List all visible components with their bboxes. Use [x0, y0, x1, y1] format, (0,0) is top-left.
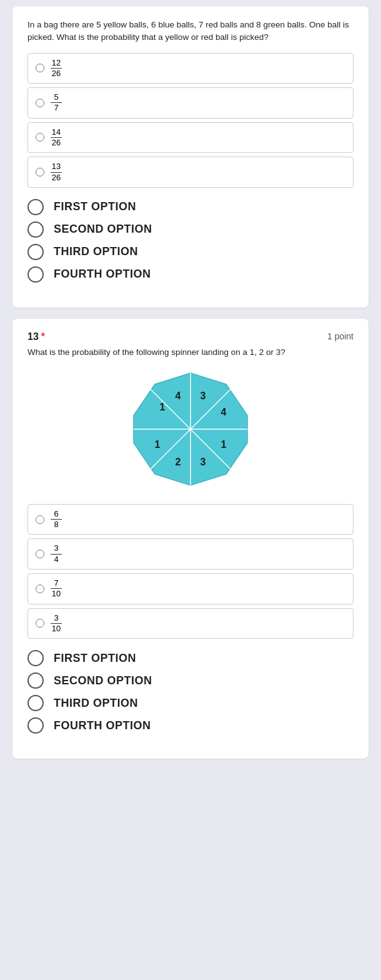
q12-option-3[interactable]: 14 26	[27, 122, 354, 153]
q12-big-label-4: FOURTH OPTION	[54, 268, 151, 281]
spinner-label-5: 1	[221, 439, 227, 450]
q12-big-label-3: THIRD OPTION	[54, 245, 138, 258]
question-12-card: In a bag there are 5 yellow balls, 6 blu…	[12, 6, 369, 308]
q12-big-label-1: FIRST OPTION	[54, 200, 136, 213]
q13-points: 1 point	[327, 331, 354, 341]
q12-fraction-2: 5 7	[51, 93, 62, 113]
q13-fraction-4: 3 10	[51, 614, 62, 634]
q13-big-option-2[interactable]: SECOND OPTION	[27, 672, 354, 689]
q12-big-option-3[interactable]: THIRD OPTION	[27, 244, 354, 260]
spinner-label-4: 4	[221, 407, 227, 417]
q12-fraction-1: 12 26	[51, 59, 62, 79]
spinner-label-3: 3	[200, 391, 206, 401]
q13-radio-1[interactable]	[36, 515, 44, 524]
q13-big-option-1[interactable]: FIRST OPTION	[27, 650, 354, 666]
q13-big-option-3[interactable]: THIRD OPTION	[27, 695, 354, 711]
q12-big-option-4[interactable]: FOURTH OPTION	[27, 266, 354, 283]
q13-option-2[interactable]: 3 4	[27, 538, 354, 570]
q13-big-option-4[interactable]: FOURTH OPTION	[27, 717, 354, 734]
q13-big-label-4: FOURTH OPTION	[54, 719, 151, 732]
q13-big-label-3: THIRD OPTION	[54, 697, 138, 710]
q13-fraction-3: 7 10	[51, 579, 62, 599]
q13-big-label-1: FIRST OPTION	[54, 652, 136, 665]
q12-radio-4[interactable]	[36, 168, 44, 177]
q13-option-1[interactable]: 6 8	[27, 504, 354, 535]
q13-radio-2[interactable]	[36, 550, 44, 558]
q12-big-radio-1	[27, 199, 44, 215]
q12-big-option-1[interactable]: FIRST OPTION	[27, 199, 354, 215]
q12-fraction-4: 13 26	[51, 162, 62, 182]
q13-text: What is the probability of the following…	[27, 347, 354, 357]
q13-required: *	[41, 331, 45, 342]
q12-big-option-2[interactable]: SECOND OPTION	[27, 221, 354, 238]
q12-radio-3[interactable]	[36, 133, 44, 142]
spinner-lines	[134, 373, 247, 485]
spinner-label-8: 1	[155, 439, 161, 450]
q13-big-radio-4	[27, 717, 44, 734]
q12-radio-2[interactable]	[36, 99, 44, 107]
q13-header: 13 * 1 point	[27, 331, 354, 342]
q13-big-label-2: SECOND OPTION	[54, 674, 152, 687]
q12-option-2[interactable]: 5 7	[27, 87, 354, 119]
q12-radio-1[interactable]	[36, 64, 44, 72]
q12-option-1[interactable]: 12 26	[27, 53, 354, 84]
q13-option-3[interactable]: 7 10	[27, 573, 354, 604]
q13-number: 13	[27, 331, 39, 342]
q13-big-radio-3	[27, 695, 44, 711]
q12-option-4[interactable]: 13 26	[27, 157, 354, 188]
q13-option-4[interactable]: 3 10	[27, 608, 354, 639]
spinner-label-2: 4	[176, 391, 181, 401]
spinner-label-6: 3	[200, 457, 206, 467]
q13-big-radio-1	[27, 650, 44, 666]
spinner-container: 1 4 3 4 1 3 2 1	[27, 367, 354, 492]
q13-radio-4[interactable]	[36, 619, 44, 628]
q13-fraction-1: 6 8	[51, 510, 62, 530]
q13-number-row: 13 *	[27, 331, 45, 342]
q12-big-radio-4	[27, 266, 44, 283]
q12-fraction-3: 14 26	[51, 128, 62, 148]
spinner-svg: 1 4 3 4 1 3 2 1	[125, 367, 256, 492]
spinner-label-1: 1	[160, 402, 166, 412]
q13-fraction-2: 3 4	[51, 544, 62, 564]
q13-radio-3[interactable]	[36, 585, 44, 593]
q13-big-radio-2	[27, 672, 44, 689]
spinner-label-7: 2	[176, 457, 181, 467]
question-13-card: 13 * 1 point What is the probability of …	[12, 319, 369, 759]
q12-big-label-2: SECOND OPTION	[54, 223, 152, 236]
q12-big-radio-3	[27, 244, 44, 260]
question-12-text: In a bag there are 5 yellow balls, 6 blu…	[27, 19, 354, 44]
q12-big-radio-2	[27, 221, 44, 238]
